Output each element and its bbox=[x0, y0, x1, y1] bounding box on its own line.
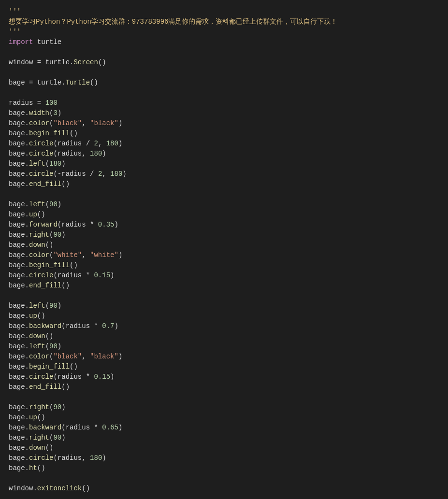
code-token-fn: down bbox=[29, 444, 45, 452]
code-line[interactable]: import turtle bbox=[9, 38, 61, 46]
code-token-fn: down bbox=[29, 332, 45, 340]
code-token-op: . bbox=[25, 444, 29, 452]
code-line[interactable]: bage.end_fill() bbox=[9, 282, 70, 289]
code-token-ident: bage bbox=[9, 322, 25, 330]
code-token-op: . bbox=[25, 383, 29, 391]
code-token-op: . bbox=[25, 140, 29, 147]
code-line[interactable]: bage.left(180) bbox=[9, 160, 66, 168]
code-line[interactable]: bage.right(90) bbox=[9, 434, 66, 442]
code-token-num: 0.15 bbox=[94, 271, 110, 279]
code-token-op: . bbox=[25, 353, 29, 360]
code-token-fn: color bbox=[29, 353, 49, 360]
code-line[interactable]: bage.end_fill() bbox=[9, 180, 70, 188]
code-token-ident: bage bbox=[9, 454, 25, 462]
code-line[interactable]: bage.right(90) bbox=[9, 231, 66, 239]
code-token-ident: radius bbox=[58, 454, 82, 462]
code-line[interactable]: bage.circle(radius / 2, 180) bbox=[9, 140, 122, 147]
code-line[interactable]: bage.left(90) bbox=[9, 302, 61, 310]
code-line[interactable]: window.exitonclick() bbox=[9, 485, 90, 492]
code-line[interactable]: bage.circle(radius * 0.15) bbox=[9, 373, 114, 381]
code-line[interactable]: bage.backward(radius * 0.7) bbox=[9, 322, 118, 330]
code-token-op: () bbox=[70, 261, 78, 269]
code-line[interactable]: bage = turtle.Turtle() bbox=[9, 79, 98, 86]
code-token-fn: end_fill bbox=[29, 282, 61, 289]
code-token-op: () bbox=[82, 485, 90, 492]
code-line[interactable]: ''' bbox=[9, 8, 21, 15]
code-line[interactable]: bage.begin_fill() bbox=[9, 129, 78, 137]
code-token-ident: bage bbox=[9, 302, 25, 310]
code-token-op: / bbox=[90, 170, 98, 178]
code-token-fn: circle bbox=[29, 454, 53, 462]
code-token-ident: radius bbox=[61, 170, 90, 178]
code-line[interactable]: bage.color("black", "black") bbox=[9, 119, 122, 127]
code-token-op: () bbox=[70, 129, 78, 137]
code-token-num: 90 bbox=[53, 434, 61, 442]
code-line[interactable]: bage.down() bbox=[9, 444, 53, 452]
code-line[interactable]: bage.down() bbox=[9, 332, 53, 340]
code-token-op: ( bbox=[61, 322, 65, 330]
code-token-fn: width bbox=[29, 109, 49, 117]
code-line[interactable]: bage.up() bbox=[9, 413, 45, 421]
code-token-op: () bbox=[37, 211, 45, 218]
code-line[interactable]: bage.color("black", "black") bbox=[9, 353, 122, 360]
code-token-op: ) bbox=[110, 271, 114, 279]
code-token-op: ( bbox=[58, 221, 61, 228]
code-token-op: * bbox=[94, 424, 102, 431]
code-token-ident: radius bbox=[9, 99, 37, 107]
code-line[interactable]: bage.left(90) bbox=[9, 200, 61, 208]
code-token-op: . bbox=[25, 413, 29, 421]
code-token-str: "black" bbox=[90, 353, 118, 360]
code-line[interactable]: bage.circle(radius, 180) bbox=[9, 454, 106, 462]
code-line[interactable]: bage.ht() bbox=[9, 464, 45, 472]
code-token-op: () bbox=[61, 282, 70, 289]
code-line[interactable]: bage.circle(-radius / 2, 180) bbox=[9, 170, 127, 178]
code-token-ident: bage bbox=[9, 282, 25, 289]
code-line[interactable]: bage.forward(radius * 0.35) bbox=[9, 221, 118, 228]
code-token-op: , bbox=[82, 251, 90, 259]
code-token-op: . bbox=[25, 464, 29, 472]
code-line[interactable]: bage.begin_fill() bbox=[9, 363, 78, 371]
code-line[interactable]: bage.backward(radius * 0.65) bbox=[9, 424, 122, 431]
code-token-op: . bbox=[25, 342, 29, 350]
code-line[interactable]: bage.down() bbox=[9, 241, 53, 249]
code-line[interactable]: 想要学习Python？Python学习交流群：973783996满足你的需求，资… bbox=[9, 18, 337, 26]
code-token-op: . bbox=[25, 454, 29, 462]
code-token-fn: right bbox=[29, 403, 49, 411]
code-line[interactable]: bage.circle(radius * 0.15) bbox=[9, 271, 114, 279]
code-token-fn: down bbox=[29, 241, 45, 249]
code-token-op: ( bbox=[61, 424, 65, 431]
code-token-num: 90 bbox=[53, 231, 61, 239]
code-token-num: 90 bbox=[53, 403, 61, 411]
code-token-ident: bage bbox=[9, 383, 25, 391]
code-token-op: / bbox=[86, 140, 94, 147]
code-token-fn: begin_fill bbox=[29, 363, 70, 371]
code-line[interactable]: bage.up() bbox=[9, 312, 45, 320]
code-token-op: , bbox=[82, 454, 90, 462]
code-token-ident: bage bbox=[9, 434, 25, 442]
code-token-op: * bbox=[90, 221, 98, 228]
code-line[interactable]: bage.begin_fill() bbox=[9, 261, 78, 269]
code-line[interactable]: bage.right(90) bbox=[9, 403, 66, 411]
code-token-num: 0.15 bbox=[94, 373, 110, 381]
code-line[interactable]: bage.width(3) bbox=[9, 109, 61, 117]
code-token-op: , bbox=[82, 119, 90, 127]
code-token-op: . bbox=[25, 170, 29, 178]
code-token-fn: circle bbox=[29, 373, 53, 381]
code-token-num: 90 bbox=[49, 200, 58, 208]
code-editor[interactable]: ''' 想要学习Python？Python学习交流群：973783996满足你的… bbox=[0, 0, 448, 499]
code-line[interactable]: bage.up() bbox=[9, 211, 45, 218]
code-line[interactable]: bage.end_fill() bbox=[9, 383, 70, 391]
code-token-ident: radius bbox=[58, 373, 86, 381]
code-token-op: . bbox=[25, 200, 29, 208]
code-token-op: . bbox=[25, 231, 29, 239]
code-line[interactable]: bage.circle(radius, 180) bbox=[9, 150, 106, 157]
code-line[interactable]: radius = 100 bbox=[9, 99, 58, 107]
code-token-str: "white" bbox=[90, 251, 118, 259]
code-line[interactable]: ''' bbox=[9, 28, 21, 36]
code-line[interactable]: window = turtle.Screen() bbox=[9, 58, 106, 66]
code-token-op: ( bbox=[53, 454, 57, 462]
code-token-ident: turtle bbox=[37, 79, 61, 86]
code-line[interactable]: bage.color("white", "white") bbox=[9, 251, 122, 259]
code-line[interactable]: bage.left(90) bbox=[9, 342, 61, 350]
code-token-op: . bbox=[25, 322, 29, 330]
